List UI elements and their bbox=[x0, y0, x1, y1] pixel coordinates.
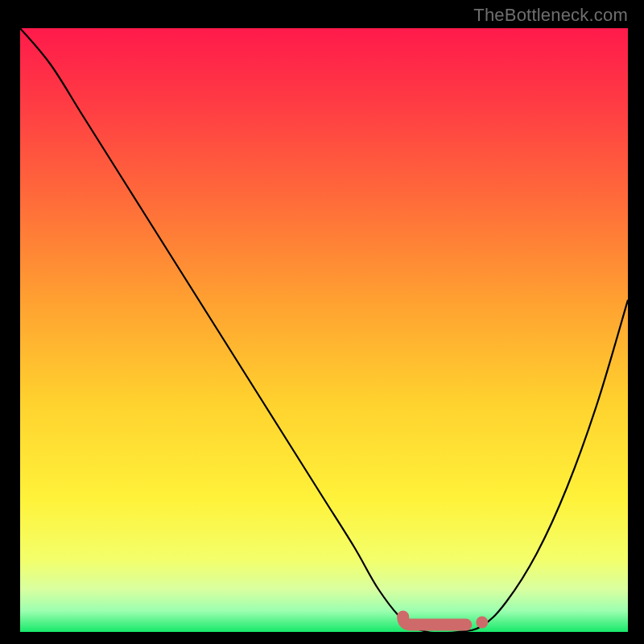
optimal-range-marker bbox=[403, 617, 466, 625]
chart-frame: TheBottleneck.com bbox=[0, 0, 644, 644]
bottleneck-curve bbox=[20, 28, 628, 632]
chart-svg bbox=[20, 28, 628, 632]
watermark-text: TheBottleneck.com bbox=[473, 5, 628, 26]
plot-area bbox=[20, 28, 628, 632]
optimal-range-end-dot bbox=[476, 617, 488, 629]
